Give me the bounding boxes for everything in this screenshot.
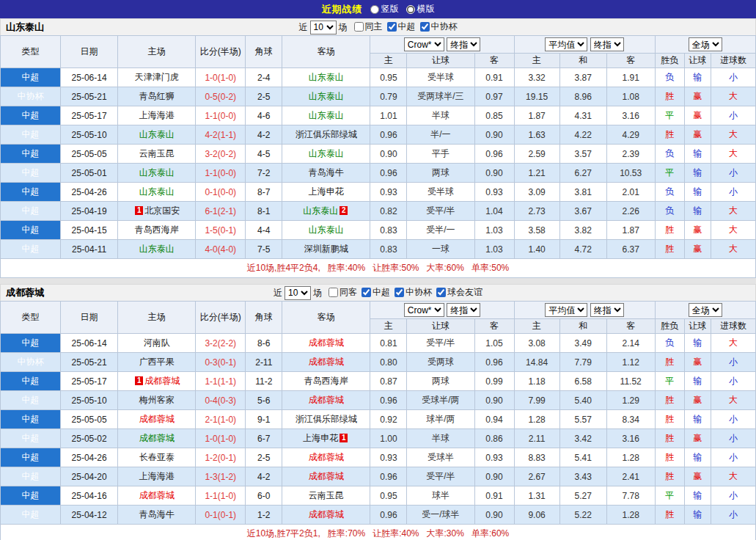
league-cell: 中超 xyxy=(1,106,61,125)
odds-source-select[interactable]: Crow* xyxy=(404,37,444,51)
match-row: 中超25-05-10山东泰山4-2(1-1)4-2浙江俱乐部绿城0.96半/一0… xyxy=(1,125,756,145)
away-team-link[interactable]: 青岛海牛 xyxy=(309,167,344,178)
checkbox-中超[interactable] xyxy=(362,288,371,297)
home-team-link[interactable]: 成都蓉城 xyxy=(139,490,175,500)
away-team-link[interactable]: 山东泰山 xyxy=(309,91,344,101)
handicap-away-odds-cell: 0.93 xyxy=(474,183,514,202)
home-team-link[interactable]: 山东泰山 xyxy=(139,167,175,178)
filter-option-同客[interactable]: 同客 xyxy=(329,286,357,299)
vertical-layout-radio[interactable] xyxy=(370,5,379,14)
summary-stat: 近10场,胜7平2负1, xyxy=(247,528,320,539)
away-team-link[interactable]: 山东泰山 xyxy=(303,205,338,216)
handicap-line-cell: 球半 xyxy=(407,486,474,506)
away-team-link[interactable]: 山东泰山 xyxy=(309,225,344,235)
average-select[interactable]: 平均值 xyxy=(545,37,587,51)
away-team-cell: 成都蓉城 xyxy=(282,334,370,353)
away-team-cell: 青岛海牛 xyxy=(282,164,370,183)
home-team-link[interactable]: 河南队 xyxy=(144,338,170,348)
avg-draw-cell: 3.82 xyxy=(559,221,606,240)
away-team-link[interactable]: 成都蓉城 xyxy=(309,452,344,462)
home-team-link[interactable]: 成都蓉城 xyxy=(139,414,175,424)
checkbox-同客[interactable] xyxy=(329,288,338,297)
league-cell: 中超 xyxy=(1,372,61,391)
average-select[interactable]: 平均值 xyxy=(545,303,587,317)
odds-stage-select[interactable]: 终指 xyxy=(447,37,480,51)
away-team-link[interactable]: 山东泰山 xyxy=(309,110,344,120)
average-stage-select[interactable]: 终指 xyxy=(590,37,624,51)
home-team-link[interactable]: 长春亚泰 xyxy=(139,452,175,462)
home-team-link[interactable]: 广西平果 xyxy=(139,357,175,367)
away-team-link[interactable]: 云南玉昆 xyxy=(309,490,344,500)
odds-source-select[interactable]: Crow* xyxy=(404,303,444,317)
layout-option-horizontal[interactable]: 横版 xyxy=(406,3,435,15)
home-team-link[interactable]: 天津津门虎 xyxy=(135,72,179,82)
score-cell: 3-2(0-2) xyxy=(196,145,246,164)
checkbox-球会友谊[interactable] xyxy=(436,288,446,297)
avg-away-cell: 1.28 xyxy=(606,506,655,525)
page-title: 近期战绩 xyxy=(322,3,363,16)
filter-option-中协杯[interactable]: 中协杯 xyxy=(394,286,432,299)
away-team-link[interactable]: 浙江俱乐部绿城 xyxy=(296,129,357,139)
checkbox-中超[interactable] xyxy=(387,22,397,32)
corner-cell: 8-6 xyxy=(246,334,282,353)
sub-col-avg-away: 客 xyxy=(606,54,655,68)
checkbox-同主[interactable] xyxy=(354,22,364,32)
team-name[interactable]: 成都蓉城 xyxy=(6,286,44,299)
home-team-link[interactable]: 成都蓉城 xyxy=(144,376,180,386)
home-team-link[interactable]: 青岛红狮 xyxy=(139,91,175,101)
home-team-link[interactable]: 山东泰山 xyxy=(139,129,175,139)
recent-count-select[interactable]: 10 xyxy=(285,286,311,300)
avg-home-cell: 1.87 xyxy=(514,106,559,125)
home-team-link[interactable]: 北京国安 xyxy=(144,205,180,216)
away-team-link[interactable]: 成都蓉城 xyxy=(309,509,344,519)
away-team-link[interactable]: 成都蓉城 xyxy=(309,357,344,367)
handicap-result-cell: 输 xyxy=(684,486,711,506)
scope-select[interactable]: 全场 xyxy=(689,37,722,51)
results-body: 中超25-06-14河南队3-2(2-2)8-6成都蓉城0.81受平/半1.05… xyxy=(1,334,756,525)
date-cell: 25-05-17 xyxy=(61,372,118,391)
team-name[interactable]: 山东泰山 xyxy=(6,21,44,34)
away-team-link[interactable]: 上海申花 xyxy=(303,433,338,443)
avg-draw-cell: 3.57 xyxy=(559,145,606,164)
sub-col-goals-result: 进球数 xyxy=(711,319,755,334)
handicap-home-odds-cell: 0.81 xyxy=(370,334,407,353)
away-team-link[interactable]: 上海申花 xyxy=(309,186,344,197)
away-team-cell: 山东泰山 xyxy=(282,68,370,87)
filter-option-同主[interactable]: 同主 xyxy=(354,21,383,33)
away-team-link[interactable]: 成都蓉城 xyxy=(309,471,344,481)
away-team-link[interactable]: 浙江俱乐部绿城 xyxy=(296,414,357,424)
home-team-link[interactable]: 上海海港 xyxy=(139,471,175,481)
away-team-cell: 山东泰山2 xyxy=(282,202,370,221)
away-team-cell: 上海申花 xyxy=(282,183,370,202)
checkbox-中协杯[interactable] xyxy=(420,22,430,32)
filter-option-中超[interactable]: 中超 xyxy=(362,286,390,299)
away-team-link[interactable]: 成都蓉城 xyxy=(309,338,344,348)
scope-select[interactable]: 全场 xyxy=(689,303,722,317)
home-team-link[interactable]: 青岛海牛 xyxy=(139,509,175,519)
away-team-link[interactable]: 青岛西海岸 xyxy=(304,376,348,386)
filter-option-中超[interactable]: 中超 xyxy=(387,21,416,33)
home-team-link[interactable]: 云南玉昆 xyxy=(139,148,175,158)
filter-option-球会友谊[interactable]: 球会友谊 xyxy=(436,286,482,299)
away-team-link[interactable]: 山东泰山 xyxy=(309,148,344,158)
avg-away-cell: 4.29 xyxy=(606,125,655,145)
filter-option-中协杯[interactable]: 中协杯 xyxy=(420,21,458,33)
checkbox-中协杯[interactable] xyxy=(394,288,404,297)
odds-stage-select[interactable]: 终指 xyxy=(447,303,480,317)
goals-result-cell: 大 xyxy=(711,391,755,410)
average-stage-select[interactable]: 终指 xyxy=(590,303,624,317)
horizontal-layout-radio[interactable] xyxy=(406,5,415,14)
recent-count-select[interactable]: 10 xyxy=(310,21,337,34)
checkbox-label: 球会友谊 xyxy=(447,286,482,299)
home-team-link[interactable]: 山东泰山 xyxy=(139,244,175,254)
away-team-link[interactable]: 成都蓉城 xyxy=(309,395,344,405)
away-team-link[interactable]: 深圳新鹏城 xyxy=(304,244,348,254)
checkbox-label: 中超 xyxy=(373,286,390,299)
home-team-link[interactable]: 梅州客家 xyxy=(139,395,175,405)
home-team-link[interactable]: 青岛西海岸 xyxy=(135,225,179,235)
home-team-link[interactable]: 上海海港 xyxy=(139,110,175,120)
home-team-link[interactable]: 山东泰山 xyxy=(139,186,175,197)
home-team-link[interactable]: 成都蓉城 xyxy=(139,433,175,443)
away-team-link[interactable]: 山东泰山 xyxy=(309,72,344,82)
layout-option-vertical[interactable]: 竖版 xyxy=(370,3,399,15)
